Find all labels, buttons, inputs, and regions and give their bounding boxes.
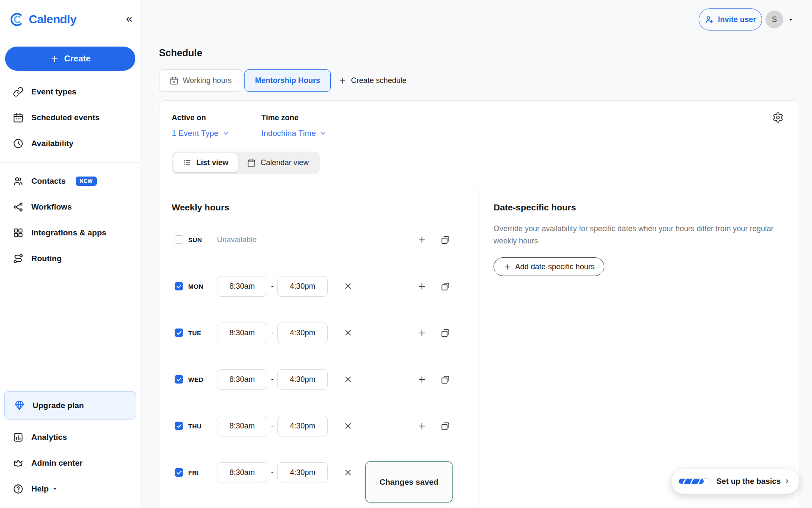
- start-time-input[interactable]: 8:30am: [217, 323, 267, 343]
- delete-interval-icon[interactable]: [343, 375, 353, 384]
- sidebar-item-contacts[interactable]: Contacts NEW: [0, 168, 140, 194]
- copy-times-icon[interactable]: [441, 421, 450, 431]
- end-time-input[interactable]: 4:30pm: [277, 276, 328, 297]
- day-checkbox[interactable]: [175, 422, 183, 430]
- day-checkbox[interactable]: [175, 468, 183, 477]
- list-view-button[interactable]: List view: [173, 153, 238, 172]
- day-checkbox[interactable]: [175, 282, 183, 290]
- sidebar-divider: [0, 162, 140, 163]
- toast-message: Changes saved: [379, 478, 438, 487]
- add-interval-icon[interactable]: [417, 282, 427, 291]
- sidebar-item-event-types[interactable]: Event types: [0, 79, 140, 105]
- schedule-card: Active on 1 Event Type Time zone Indochi…: [159, 100, 799, 508]
- new-badge: NEW: [76, 177, 97, 186]
- create-schedule-label: Create schedule: [351, 76, 406, 85]
- delete-interval-icon[interactable]: [343, 328, 353, 337]
- sidebar-item-help[interactable]: Help: [0, 476, 140, 502]
- add-interval-icon[interactable]: [417, 235, 427, 245]
- tab-working-hours[interactable]: Working hours: [159, 69, 242, 92]
- start-time-input[interactable]: 8:30am: [217, 416, 267, 436]
- calendar-icon: [247, 158, 256, 167]
- start-time-input[interactable]: 8:30am: [217, 369, 267, 390]
- sidebar-item-availability[interactable]: Availability: [0, 130, 140, 156]
- weekly-day-row: MON 8:30am - 4:30pm: [172, 274, 464, 298]
- end-time-input[interactable]: 4:30pm: [277, 416, 328, 436]
- active-on-label: Active on: [172, 113, 206, 122]
- avatar[interactable]: S: [765, 11, 783, 28]
- day-label: SUN: [188, 236, 217, 243]
- active-on-dropdown[interactable]: 1 Event Type: [172, 129, 230, 138]
- day-label: FRI: [188, 469, 217, 476]
- clock-icon: [13, 138, 24, 149]
- chevron-down-icon: [319, 130, 327, 137]
- sidebar-item-integrations-apps[interactable]: Integrations & apps: [0, 220, 140, 246]
- end-time-input[interactable]: 4:30pm: [277, 369, 328, 390]
- date-specific-title: Date-specific hours: [494, 202, 576, 213]
- sidebar-nav-bottom: Analytics Admin center Help: [0, 424, 140, 502]
- view-label: List view: [196, 158, 228, 167]
- end-time-input[interactable]: 4:30pm: [277, 462, 328, 483]
- time-range-separator: -: [271, 422, 274, 431]
- end-time-input[interactable]: 4:30pm: [277, 323, 328, 343]
- delete-interval-icon[interactable]: [343, 421, 353, 431]
- create-button[interactable]: Create: [5, 47, 135, 71]
- plus-icon: [338, 77, 347, 85]
- route-icon: [13, 253, 24, 264]
- copy-times-icon[interactable]: [441, 375, 450, 384]
- caret-down-icon: [52, 486, 58, 492]
- account-menu-caret-icon[interactable]: [787, 17, 794, 23]
- changes-saved-toast: Changes saved: [365, 461, 453, 502]
- user-plus-icon: [705, 15, 714, 24]
- invite-user-button[interactable]: Invite user: [699, 8, 762, 30]
- add-interval-icon[interactable]: [417, 421, 427, 431]
- add-interval-icon[interactable]: [417, 375, 427, 384]
- workflow-icon: [13, 202, 24, 213]
- card-horizontal-divider: [159, 187, 799, 187]
- sidebar-item-upgrade-plan[interactable]: Upgrade plan: [4, 391, 136, 420]
- delete-interval-icon[interactable]: [343, 468, 353, 477]
- people-icon: [13, 176, 24, 187]
- weekly-hours-title: Weekly hours: [172, 202, 229, 213]
- calendar-view-button[interactable]: Calendar view: [238, 153, 318, 172]
- copy-times-icon[interactable]: [441, 328, 450, 338]
- day-checkbox[interactable]: [175, 375, 183, 384]
- delete-interval-icon[interactable]: [343, 282, 353, 291]
- sidebar-item-analytics[interactable]: Analytics: [0, 424, 140, 450]
- day-checkbox[interactable]: [175, 235, 183, 244]
- sidebar-item-label: Upgrade plan: [33, 401, 84, 410]
- tab-label: Mentorship Hours: [255, 76, 320, 85]
- view-toggle: List view Calendar view: [172, 152, 320, 174]
- add-date-specific-hours-button[interactable]: Add date-specific hours: [494, 257, 604, 276]
- sidebar-item-admin-center[interactable]: Admin center: [0, 450, 140, 476]
- link-icon: [13, 86, 24, 97]
- sidebar-item-workflows[interactable]: Workflows: [0, 194, 140, 220]
- add-interval-icon[interactable]: [417, 328, 427, 338]
- sidebar-nav-primary: Event types Scheduled events Availabilit…: [0, 79, 140, 156]
- crown-icon: [13, 458, 24, 469]
- create-schedule-button[interactable]: Create schedule: [338, 69, 406, 92]
- gem-icon: [14, 400, 25, 411]
- start-time-input[interactable]: 8:30am: [217, 462, 267, 483]
- unavailable-label: Unavailable: [217, 235, 257, 244]
- sidebar-collapse-button[interactable]: «: [126, 13, 132, 26]
- list-icon: [183, 158, 192, 167]
- weekly-day-row: WED 8:30am - 4:30pm: [172, 367, 464, 391]
- bar-chart-icon: [13, 432, 24, 443]
- settings-gear-icon[interactable]: [772, 112, 784, 123]
- tab-mentorship-hours[interactable]: Mentorship Hours: [244, 69, 331, 92]
- weekly-day-row: SUN Unavailable: [172, 228, 464, 251]
- setup-basics-widget[interactable]: Set up the basics: [671, 469, 799, 494]
- avatar-initial: S: [772, 15, 777, 24]
- time-range-separator: -: [271, 282, 274, 291]
- plus-icon: [503, 263, 511, 271]
- sidebar-item-scheduled-events[interactable]: Scheduled events: [0, 105, 140, 130]
- copy-times-icon[interactable]: [441, 235, 450, 245]
- setup-progress-fill: [679, 479, 704, 484]
- start-time-input[interactable]: 8:30am: [217, 276, 267, 297]
- plus-icon: [50, 54, 59, 64]
- create-button-label: Create: [64, 54, 91, 64]
- timezone-dropdown[interactable]: Indochina Time: [261, 129, 327, 138]
- day-checkbox[interactable]: [175, 329, 183, 337]
- sidebar-item-routing[interactable]: Routing: [0, 246, 140, 271]
- copy-times-icon[interactable]: [441, 282, 450, 291]
